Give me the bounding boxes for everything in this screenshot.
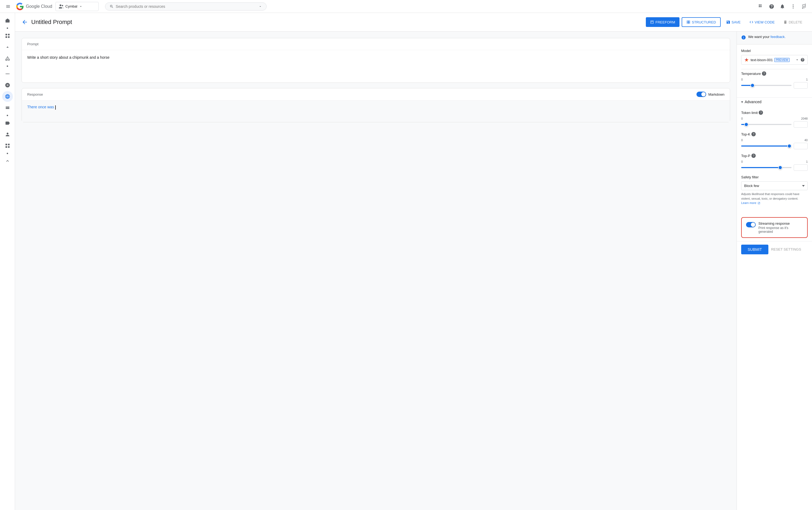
topp-slider[interactable] xyxy=(741,167,791,168)
sidenav-item2[interactable] xyxy=(2,80,13,90)
model-section: Model xyxy=(741,49,808,65)
response-panel: Response Markdown There once was xyxy=(22,88,730,122)
streaming-subtitle: Print response as it's generated xyxy=(758,226,803,234)
view-code-button[interactable]: VIEW CODE xyxy=(746,17,778,27)
streaming-title: Streaming response xyxy=(758,222,803,226)
grid-apps-icon[interactable] xyxy=(799,2,809,11)
prompt-panel: Prompt Write a short story about a chipm… xyxy=(22,38,730,83)
model-name-row: text-bison-001 PREVIEW xyxy=(744,57,790,62)
feedback-link[interactable]: feedback. xyxy=(771,35,786,39)
advanced-section-header[interactable]: ▾ Advanced xyxy=(737,97,812,106)
model-selector[interactable]: text-bison-001 PREVIEW xyxy=(741,55,808,65)
settings-section: Model xyxy=(737,45,812,97)
topk-slider[interactable] xyxy=(741,145,791,147)
notifications-icon[interactable] xyxy=(778,2,787,11)
token-slider[interactable] xyxy=(741,124,791,125)
topk-slider-wrapper xyxy=(741,143,791,149)
topp-section: Top-P ? 0 1 0.8 xyxy=(741,153,808,171)
topk-labels: 0 40 xyxy=(741,139,808,142)
temperature-value[interactable]: 0.2 xyxy=(794,82,808,89)
token-slider-wrapper xyxy=(741,122,791,127)
markdown-toggle-area: Markdown xyxy=(696,92,724,97)
topk-slider-row: 40 xyxy=(741,143,808,149)
token-help[interactable]: ? xyxy=(759,110,763,115)
cloud-text: Google Cloud xyxy=(26,4,52,9)
freeform-button[interactable]: FREEFORM xyxy=(646,17,679,27)
sidenav-grid2[interactable] xyxy=(2,140,13,151)
topp-help[interactable]: ? xyxy=(751,153,756,158)
svg-rect-19 xyxy=(687,22,688,24)
streaming-text: Streaming response Print response as it'… xyxy=(758,222,803,234)
sidenav-storage[interactable] xyxy=(2,103,13,113)
svg-rect-12 xyxy=(8,36,9,38)
response-body: There once was xyxy=(22,101,730,122)
sub-header: Untitled Prompt FREEFORM STRUCTURED SAVE xyxy=(15,13,812,31)
learn-more-link[interactable]: Learn more xyxy=(741,201,760,204)
apps-icon[interactable] xyxy=(756,2,766,11)
prompt-text: Write a short story about a chipmunk and… xyxy=(27,54,724,60)
svg-point-14 xyxy=(6,73,6,74)
topk-value[interactable]: 40 xyxy=(794,143,808,149)
help-icon[interactable] xyxy=(767,2,777,11)
sidenav-dot-2 xyxy=(7,65,8,67)
sidenav-language[interactable] xyxy=(2,91,13,102)
model-icon xyxy=(744,57,749,62)
temperature-slider[interactable] xyxy=(741,85,791,86)
svg-point-15 xyxy=(8,73,9,74)
topp-value[interactable]: 0.8 xyxy=(794,164,808,171)
model-help-icon[interactable] xyxy=(801,58,805,62)
toggle-knob xyxy=(701,92,706,96)
topp-slider-row: 0.8 xyxy=(741,164,808,171)
sidenav xyxy=(0,13,15,510)
svg-rect-10 xyxy=(8,34,9,35)
sidenav-item1[interactable] xyxy=(2,68,13,79)
more-options-icon[interactable] xyxy=(788,2,798,11)
topk-help[interactable]: ? xyxy=(751,132,756,136)
submit-button[interactable]: SUBMIT xyxy=(741,245,768,254)
sidenav-dashboard[interactable] xyxy=(2,30,13,41)
svg-rect-9 xyxy=(5,34,7,35)
back-button[interactable] xyxy=(22,19,28,25)
sidenav-person[interactable] xyxy=(2,129,13,140)
search-bar[interactable] xyxy=(105,2,267,10)
advanced-chevron: ▾ xyxy=(741,100,743,104)
token-label-row: Token limit ? xyxy=(741,110,808,115)
topbar: Google Cloud Cymbal xyxy=(0,0,812,13)
save-button[interactable]: SAVE xyxy=(723,17,744,27)
temperature-section: Temperature ? 0 1 0.2 xyxy=(741,72,808,89)
reset-button[interactable]: RESET SETTINGS xyxy=(771,247,801,251)
temperature-labels: 0 1 xyxy=(741,78,808,81)
temperature-help[interactable]: ? xyxy=(762,72,766,76)
prompt-area: Prompt Write a short story about a chipm… xyxy=(15,31,736,510)
token-limit-section: Token limit ? 0 2048 128 xyxy=(741,110,808,128)
google-cloud-logo[interactable]: Google Cloud xyxy=(16,3,52,10)
safety-label: Safety filter xyxy=(741,175,808,179)
token-value[interactable]: 128 xyxy=(794,121,808,128)
structured-button[interactable]: STRUCTURED xyxy=(682,17,721,27)
sidenav-models[interactable] xyxy=(2,42,13,53)
safety-dropdown[interactable]: Block none Block few Block some Block mo… xyxy=(741,181,808,190)
menu-icon[interactable] xyxy=(3,2,13,11)
response-header: Response Markdown xyxy=(22,88,730,101)
svg-rect-4 xyxy=(759,6,760,7)
svg-point-13 xyxy=(7,73,8,74)
delete-button[interactable]: DELETE xyxy=(780,17,806,27)
advanced-label: Advanced xyxy=(745,100,761,104)
sidenav-more[interactable] xyxy=(2,156,13,167)
markdown-label: Markdown xyxy=(708,92,724,96)
svg-point-7 xyxy=(792,6,793,7)
sidenav-datasets[interactable] xyxy=(2,53,13,64)
model-badge: PREVIEW xyxy=(774,58,789,62)
right-panel: We want your feedback. Model xyxy=(736,31,812,510)
project-selector[interactable]: Cymbal xyxy=(56,2,98,11)
streaming-toggle[interactable] xyxy=(746,222,756,227)
prompt-body[interactable]: Write a short story about a chipmunk and… xyxy=(22,50,730,82)
sidenav-home[interactable] xyxy=(2,15,13,26)
sidenav-tag[interactable] xyxy=(2,118,13,129)
sidenav-dot-3 xyxy=(7,115,8,116)
model-name: text-bison-001 xyxy=(751,58,773,62)
markdown-toggle[interactable] xyxy=(696,92,706,97)
search-input[interactable] xyxy=(116,4,256,9)
temperature-slider-wrapper xyxy=(741,83,791,88)
svg-point-0 xyxy=(60,4,61,6)
